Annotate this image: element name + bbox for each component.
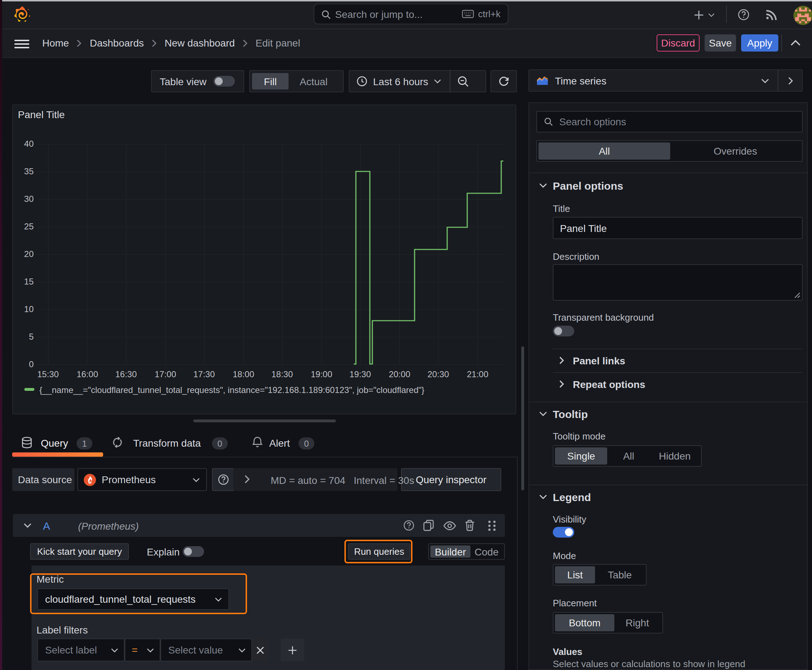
svg-text:35: 35 [24,166,34,176]
svg-text:Panel Title: Panel Title [18,109,65,120]
svg-text:0: 0 [29,359,34,369]
svg-text:20:00: 20:00 [389,369,410,379]
svg-text:25: 25 [24,222,34,231]
svg-text:5: 5 [29,332,34,342]
svg-text:16:30: 16:30 [115,369,137,379]
svg-text:40: 40 [24,139,34,149]
svg-text:19:00: 19:00 [311,369,332,379]
svg-text:30: 30 [24,194,34,204]
svg-text:15:30: 15:30 [37,369,59,379]
svg-text:20: 20 [24,249,34,259]
svg-text:16:00: 16:00 [76,369,98,379]
svg-text:18:30: 18:30 [271,369,293,379]
svg-text:{__name__="cloudflared_tunnel_: {__name__="cloudflared_tunnel_total_requ… [39,385,424,395]
svg-text:15: 15 [24,277,34,286]
svg-text:18:00: 18:00 [233,369,254,379]
svg-text:21:00: 21:00 [467,369,488,379]
svg-text:17:00: 17:00 [155,369,176,379]
svg-text:10: 10 [24,304,34,314]
svg-text:17:30: 17:30 [193,369,215,379]
svg-text:19:30: 19:30 [349,369,371,379]
svg-text:20:30: 20:30 [427,369,449,379]
